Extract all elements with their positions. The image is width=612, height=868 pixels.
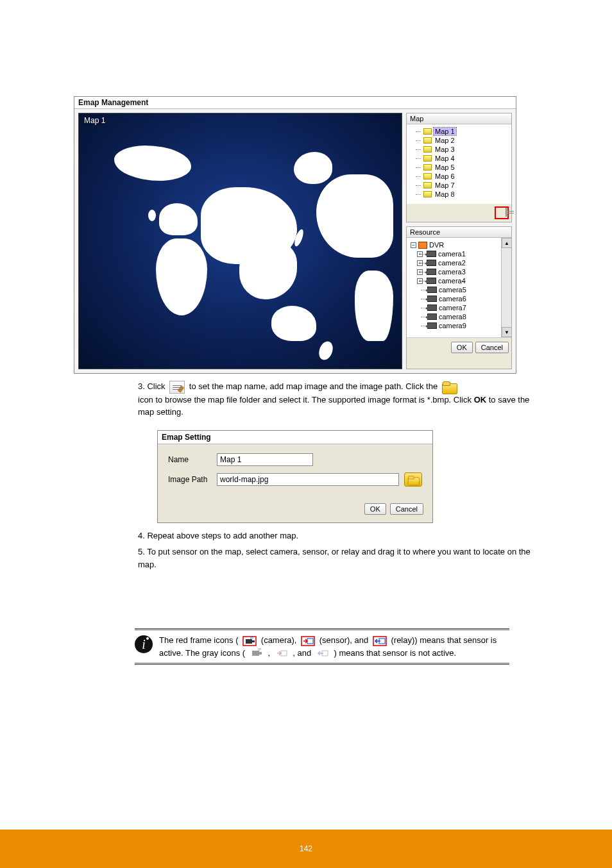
svg-text:IP: IP [250, 636, 253, 640]
resource-root[interactable]: − DVR [411, 240, 509, 249]
edit-map-button[interactable] [495, 206, 509, 219]
map-tree-item[interactable]: Map 1 [412, 127, 509, 136]
camera-icon [427, 287, 437, 293]
camera-active-icon: IP [242, 636, 257, 646]
svg-rect-1 [246, 639, 252, 644]
svg-rect-11 [281, 651, 287, 656]
camera-item[interactable]: +camera2 [411, 258, 509, 267]
folder-icon [408, 476, 419, 485]
map-thumb-icon [423, 182, 432, 188]
camera-inactive-icon: IP [250, 648, 264, 658]
emap-management-window: Emap Management Map 1 [74, 96, 516, 374]
ok-button[interactable]: OK [364, 503, 386, 515]
map-tree-item[interactable]: Map 5 [412, 163, 509, 172]
scroll-up-icon[interactable]: ▲ [502, 238, 512, 248]
page-footer: 142 [0, 830, 612, 868]
map-thumb-icon [423, 146, 432, 153]
camera-item[interactable]: camera8 [411, 312, 509, 321]
map-tree-item[interactable]: Map 2 [412, 136, 509, 145]
svg-rect-9 [259, 652, 262, 655]
name-label: Name [168, 455, 212, 464]
resource-scrollbar[interactable]: ▲ ▼ [501, 238, 511, 337]
map-tree-item[interactable]: Map 6 [412, 172, 509, 181]
map-thumb-icon [423, 164, 432, 171]
cancel-button[interactable]: Cancel [475, 342, 509, 353]
map-thumb-icon [423, 155, 432, 162]
cancel-button[interactable]: Cancel [390, 503, 423, 515]
step-4-text: 4. Repeat above steps to add another map… [138, 530, 548, 542]
camera-icon [427, 322, 437, 329]
camera-icon [427, 313, 437, 320]
map-panel-header: Map [407, 113, 511, 124]
svg-rect-5 [307, 638, 313, 644]
map-thumb-icon [423, 173, 432, 179]
emap-management-title: Emap Management [74, 97, 516, 109]
camera-icon [427, 278, 436, 284]
camera-item[interactable]: +camera4 [411, 276, 509, 285]
map-tree-item[interactable]: Map 3 [412, 145, 509, 154]
sensor-inactive-icon [275, 648, 289, 658]
camera-item[interactable]: camera7 [411, 303, 509, 312]
map-canvas[interactable]: Map 1 [78, 113, 402, 369]
svg-rect-8 [252, 651, 259, 656]
resource-panel: Resource − DVR +camera1 +camera2 +camera… [406, 226, 512, 369]
page-number: 142 [300, 844, 312, 853]
browse-button[interactable] [404, 472, 422, 487]
scroll-down-icon[interactable]: ▼ [502, 327, 512, 337]
edit-icon [169, 381, 185, 394]
map-thumb-icon [423, 128, 432, 135]
camera-icon [427, 260, 436, 266]
camera-item[interactable]: camera9 [411, 321, 509, 330]
relay-active-icon [373, 636, 387, 646]
ok-button[interactable]: OK [451, 342, 473, 353]
camera-icon [427, 269, 436, 275]
step-3-text: 3. Click to set the map name, add map im… [138, 380, 548, 419]
svg-rect-2 [252, 640, 255, 642]
map-caption: Map 1 [84, 116, 105, 125]
svg-text:IP: IP [258, 648, 261, 651]
camera-item[interactable]: +camera1 [411, 249, 509, 258]
info-icon: i [135, 635, 153, 653]
folder-icon [442, 381, 456, 393]
map-tree-item[interactable]: Map 7 [412, 181, 509, 190]
relay-inactive-icon [316, 648, 330, 658]
name-input[interactable] [217, 453, 313, 466]
sensor-active-icon [301, 636, 315, 646]
step-5-text: 5. To put sensor on the map, select came… [138, 546, 548, 571]
image-path-input[interactable] [217, 473, 399, 486]
map-tree-panel: Map Map 1 Map 2 Map 3 Map 4 Map 5 Map 6 … [406, 113, 512, 222]
camera-icon [427, 305, 437, 311]
camera-item[interactable]: camera5 [411, 285, 509, 294]
map-thumb-icon [423, 191, 432, 197]
emap-setting-dialog: Emap Setting Name Image Path OK Cancel [157, 430, 433, 523]
emap-setting-title: Emap Setting [158, 431, 432, 444]
camera-icon [427, 251, 436, 257]
path-label: Image Path [168, 475, 212, 484]
map-tree-item[interactable]: Map 4 [412, 154, 509, 163]
map-tree-item[interactable]: Map 8 [412, 190, 509, 199]
info-note: i The red frame icons ( IP (camera), (se… [135, 628, 509, 665]
map-thumb-icon [423, 137, 432, 144]
camera-item[interactable]: camera6 [411, 294, 509, 303]
camera-item[interactable]: +camera3 [411, 267, 509, 276]
dvr-icon [418, 242, 427, 249]
resource-panel-header: Resource [407, 227, 511, 238]
camera-icon [427, 296, 437, 302]
